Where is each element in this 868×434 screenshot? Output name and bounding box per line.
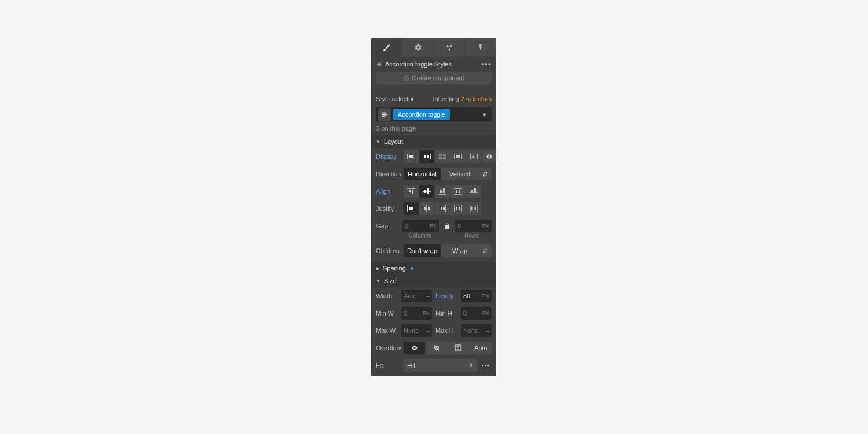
direction-vertical-button[interactable]: Vertical bbox=[441, 168, 478, 180]
minh-field[interactable]: PX bbox=[461, 307, 492, 320]
bolt-icon bbox=[477, 43, 484, 51]
overflow-auto-button[interactable]: Auto bbox=[470, 342, 492, 354]
display-block-button[interactable] bbox=[404, 150, 419, 163]
gap-lock-button[interactable] bbox=[441, 220, 453, 232]
minh-label: Min H bbox=[435, 310, 457, 317]
width-field[interactable]: – bbox=[401, 290, 432, 302]
gap-row-unit[interactable]: PX bbox=[482, 223, 489, 229]
svg-rect-8 bbox=[443, 157, 446, 159]
children-reverse-button[interactable] bbox=[479, 244, 492, 257]
maxw-input[interactable] bbox=[404, 327, 426, 334]
align-baseline-button[interactable] bbox=[466, 185, 481, 198]
gap-column-input[interactable] bbox=[405, 222, 430, 229]
maxw-field[interactable]: – bbox=[401, 324, 432, 337]
svg-rect-1 bbox=[409, 155, 413, 158]
selector-type-button[interactable] bbox=[378, 108, 391, 121]
gap-column-field[interactable]: PX bbox=[402, 220, 439, 232]
tab-settings[interactable] bbox=[402, 38, 434, 57]
svg-rect-48 bbox=[475, 207, 477, 210]
tab-interactions[interactable] bbox=[434, 38, 466, 57]
page-count-text: 3 on this page bbox=[371, 124, 496, 135]
direction-reverse-button[interactable] bbox=[479, 168, 492, 180]
overflow-visible-button[interactable] bbox=[404, 342, 425, 354]
children-nowrap-button[interactable]: Don't wrap bbox=[404, 244, 441, 257]
align-start-button[interactable] bbox=[404, 185, 419, 198]
svg-rect-34 bbox=[411, 207, 413, 210]
swap-icon bbox=[482, 247, 489, 254]
fit-more-button[interactable]: ••• bbox=[480, 359, 492, 372]
minw-input[interactable] bbox=[404, 310, 423, 317]
brush-icon bbox=[382, 43, 391, 52]
minw-unit[interactable]: PX bbox=[423, 310, 430, 316]
more-icon[interactable]: ••• bbox=[481, 60, 492, 69]
maxw-unit[interactable]: – bbox=[426, 327, 430, 334]
maxh-unit[interactable]: – bbox=[486, 327, 489, 334]
inheriting-text: Inheriting 2 selectors bbox=[433, 95, 492, 102]
justify-around-button[interactable] bbox=[466, 202, 481, 215]
align-center-button[interactable] bbox=[419, 185, 434, 198]
display-grid-button[interactable] bbox=[435, 150, 450, 163]
tab-style[interactable] bbox=[371, 38, 402, 57]
grab-icon bbox=[376, 61, 383, 68]
minh-unit[interactable]: PX bbox=[482, 310, 489, 316]
gap-label: Gap bbox=[376, 222, 400, 229]
element-title: Accordion toggle Styles bbox=[383, 61, 481, 68]
width-unit[interactable]: – bbox=[426, 292, 430, 299]
justify-start-button[interactable] bbox=[404, 202, 419, 215]
tab-effects[interactable] bbox=[466, 38, 496, 57]
display-none-button[interactable] bbox=[482, 150, 496, 163]
svg-rect-33 bbox=[409, 207, 411, 210]
section-spacing-toggle[interactable]: ▶ Spacing bbox=[371, 262, 496, 275]
eye-off-icon bbox=[485, 153, 493, 160]
maxh-input[interactable] bbox=[463, 327, 486, 334]
overflow-scroll-button[interactable] bbox=[448, 342, 470, 354]
gap-row-field[interactable]: PX bbox=[455, 220, 492, 232]
flex-icon bbox=[423, 154, 431, 159]
justify-center-button[interactable] bbox=[419, 202, 434, 215]
gap-column-unit[interactable]: PX bbox=[430, 223, 437, 229]
svg-rect-36 bbox=[424, 207, 426, 210]
children-wrap-button[interactable]: Wrap bbox=[441, 244, 478, 257]
inheriting-link[interactable]: 2 selectors bbox=[461, 95, 492, 102]
justify-end-button[interactable] bbox=[435, 202, 450, 215]
element-header: Accordion toggle Styles ••• bbox=[371, 57, 496, 72]
svg-rect-6 bbox=[443, 154, 446, 156]
justify-between-button[interactable] bbox=[450, 202, 466, 215]
selector-field[interactable]: Accordion toggle ▾ bbox=[376, 107, 492, 121]
svg-rect-44 bbox=[459, 207, 460, 210]
svg-rect-4 bbox=[427, 155, 429, 158]
minh-input[interactable] bbox=[463, 310, 482, 317]
display-label: Display bbox=[376, 153, 400, 160]
svg-rect-2 bbox=[423, 154, 431, 159]
height-field[interactable]: PX bbox=[461, 290, 492, 302]
section-size-toggle[interactable]: ▼ Size bbox=[371, 275, 496, 287]
align-end-button[interactable] bbox=[435, 185, 450, 198]
section-layout-toggle[interactable]: ▼ Layout bbox=[371, 135, 496, 148]
gap-row-input[interactable] bbox=[457, 222, 482, 229]
chevron-right-icon: ▶ bbox=[376, 266, 379, 271]
align-stretch-button[interactable] bbox=[450, 185, 466, 198]
svg-rect-37 bbox=[428, 207, 430, 210]
minw-field[interactable]: PX bbox=[401, 307, 432, 320]
direction-horizontal-button[interactable]: Horizontal bbox=[404, 168, 441, 180]
width-label: Width bbox=[376, 292, 398, 299]
svg-rect-39 bbox=[441, 207, 442, 210]
maxh-field[interactable]: – bbox=[461, 324, 492, 337]
fit-select[interactable]: Fill ▲▼ bbox=[404, 359, 477, 372]
display-inline-block-button[interactable] bbox=[450, 150, 466, 163]
overflow-hidden-button[interactable] bbox=[426, 342, 447, 354]
selector-class-chip[interactable]: Accordion toggle bbox=[393, 109, 450, 120]
display-inline-button[interactable]: A bbox=[466, 150, 481, 163]
align-center-icon bbox=[423, 188, 431, 195]
chevron-down-icon[interactable]: ▾ bbox=[480, 111, 489, 118]
eye-icon bbox=[411, 344, 419, 351]
height-input[interactable] bbox=[463, 292, 482, 299]
eye-off-icon bbox=[433, 344, 441, 351]
lock-icon bbox=[444, 222, 450, 230]
height-unit[interactable]: PX bbox=[482, 293, 489, 299]
align-start-icon bbox=[407, 188, 415, 195]
display-flex-button[interactable] bbox=[419, 150, 434, 163]
create-component-button[interactable]: Create component bbox=[376, 72, 492, 84]
justify-start-icon bbox=[407, 205, 415, 212]
width-input[interactable] bbox=[404, 292, 426, 299]
